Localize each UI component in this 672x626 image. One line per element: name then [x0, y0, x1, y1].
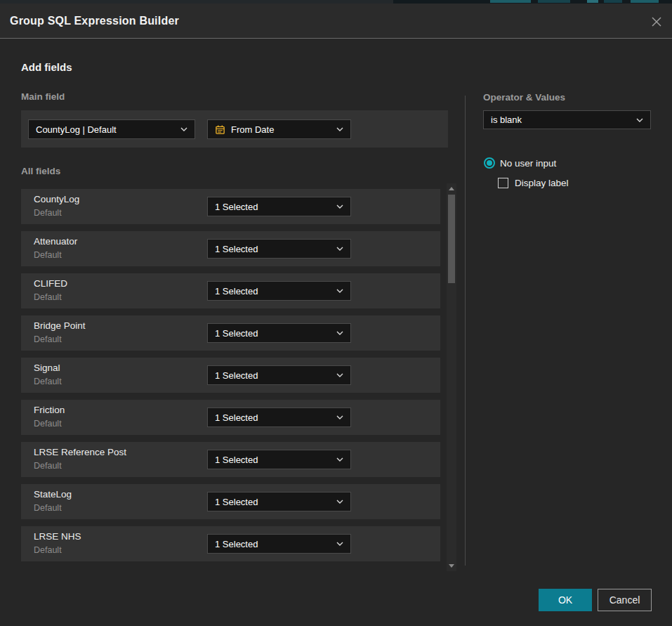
scrollbar-down-arrow[interactable]: [449, 564, 454, 568]
field-subtitle: Default: [34, 503, 62, 513]
main-field-select[interactable]: From Date: [207, 119, 351, 139]
all-fields-label: All fields: [21, 166, 60, 176]
chevron-down-icon: [180, 127, 187, 131]
ok-button[interactable]: OK: [539, 589, 592, 611]
field-row: CountyLog Default 1 Selected: [21, 189, 440, 224]
no-user-input-radio[interactable]: [484, 157, 495, 169]
field-selected-value: 1 Selected: [215, 328, 331, 339]
chevron-down-icon: [336, 542, 343, 546]
field-selected-dropdown[interactable]: 1 Selected: [207, 407, 351, 427]
field-row: Attenuator Default 1 Selected: [21, 231, 440, 266]
field-name: LRSE Reference Post: [34, 447, 126, 457]
group-sql-expression-builder-dialog: Group SQL Expression Builder Add fields …: [0, 4, 672, 626]
field-selected-dropdown[interactable]: 1 Selected: [207, 534, 351, 554]
field-name: Attenuator: [34, 236, 77, 247]
cancel-button[interactable]: Cancel: [598, 589, 652, 611]
scrollbar: [447, 183, 456, 571]
chevron-down-icon: [336, 415, 343, 419]
field-name: Friction: [34, 405, 65, 415]
field-selected-dropdown[interactable]: 1 Selected: [207, 450, 351, 469]
main-field-panel: CountyLog | Default From Date: [21, 110, 448, 148]
close-icon[interactable]: [650, 15, 663, 28]
field-subtitle: Default: [34, 292, 62, 302]
field-row: Bridge Point Default 1 Selected: [21, 315, 440, 351]
field-selected-value: 1 Selected: [215, 497, 331, 507]
field-subtitle: Default: [34, 545, 62, 555]
chevron-down-icon: [336, 331, 343, 335]
chevron-down-icon: [336, 247, 343, 251]
field-row: LRSE NHS Default 1 Selected: [21, 526, 440, 561]
display-label-checkbox[interactable]: [498, 178, 508, 188]
chevron-down-icon: [336, 204, 343, 209]
field-name: Bridge Point: [34, 320, 86, 331]
field-name: StateLog: [34, 489, 72, 500]
field-name: LRSE NHS: [34, 531, 81, 542]
operator-select-value: is blank: [491, 115, 631, 125]
field-subtitle: Default: [34, 377, 62, 386]
field-name: Signal: [34, 363, 60, 373]
no-user-input-label: No user input: [500, 158, 556, 169]
background-fragment: [490, 0, 531, 3]
field-row: CLIFED Default 1 Selected: [21, 273, 440, 308]
panel-divider: [465, 96, 466, 566]
main-field-select-value: From Date: [231, 124, 331, 135]
chevron-down-icon: [336, 127, 343, 131]
chevron-down-icon: [336, 500, 343, 504]
field-selected-dropdown[interactable]: 1 Selected: [207, 492, 351, 511]
dialog-header: Group SQL Expression Builder: [0, 4, 672, 39]
field-subtitle: Default: [34, 419, 62, 429]
field-selected-value: 1 Selected: [215, 412, 331, 423]
field-subtitle: Default: [34, 334, 62, 344]
layer-select-value: CountyLog | Default: [36, 124, 175, 135]
field-subtitle: Default: [34, 250, 62, 260]
field-row: LRSE Reference Post Default 1 Selected: [21, 442, 440, 477]
operator-select[interactable]: is blank: [483, 110, 651, 129]
scrollbar-thumb[interactable]: [448, 195, 455, 283]
field-selected-dropdown[interactable]: 1 Selected: [207, 281, 351, 301]
dialog-title: Group SQL Expression Builder: [10, 4, 179, 39]
background-fragment: [604, 0, 622, 3]
add-fields-heading: Add fields: [21, 61, 72, 73]
field-selected-value: 1 Selected: [215, 202, 331, 212]
main-field-label: Main field: [21, 91, 65, 102]
operator-values-label: Operator & Values: [483, 92, 565, 103]
field-selected-value: 1 Selected: [215, 286, 331, 296]
background-fragment: [538, 0, 570, 3]
field-selected-value: 1 Selected: [215, 455, 331, 465]
field-selected-value: 1 Selected: [215, 370, 331, 381]
field-subtitle: Default: [34, 208, 62, 218]
chevron-down-icon: [336, 289, 343, 293]
field-name: CLIFED: [34, 278, 67, 289]
layer-select[interactable]: CountyLog | Default: [28, 119, 195, 139]
field-row: Signal Default 1 Selected: [21, 358, 440, 393]
field-selected-dropdown[interactable]: 1 Selected: [207, 197, 351, 216]
chevron-down-icon: [636, 118, 643, 122]
field-selected-dropdown[interactable]: 1 Selected: [207, 365, 351, 385]
chevron-down-icon: [336, 457, 343, 462]
radio-selected-dot: [487, 160, 492, 166]
field-subtitle: Default: [34, 461, 62, 471]
field-name: CountyLog: [34, 194, 79, 204]
field-selected-value: 1 Selected: [215, 244, 331, 254]
field-selected-dropdown[interactable]: 1 Selected: [207, 239, 351, 259]
display-label-label: Display label: [515, 178, 569, 188]
scrollbar-up-arrow[interactable]: [449, 187, 454, 190]
field-selected-value: 1 Selected: [215, 539, 331, 549]
background-fragment: [587, 0, 598, 3]
field-row: Friction Default 1 Selected: [21, 400, 440, 435]
screen: Group SQL Expression Builder Add fields …: [0, 0, 672, 626]
calendar-icon: [215, 124, 225, 135]
field-selected-dropdown[interactable]: 1 Selected: [207, 323, 351, 343]
all-fields-list: CountyLog Default 1 Selected Attenuator …: [21, 189, 440, 568]
field-row: StateLog Default 1 Selected: [21, 484, 440, 519]
background-fragment: [631, 0, 659, 3]
chevron-down-icon: [336, 373, 343, 377]
